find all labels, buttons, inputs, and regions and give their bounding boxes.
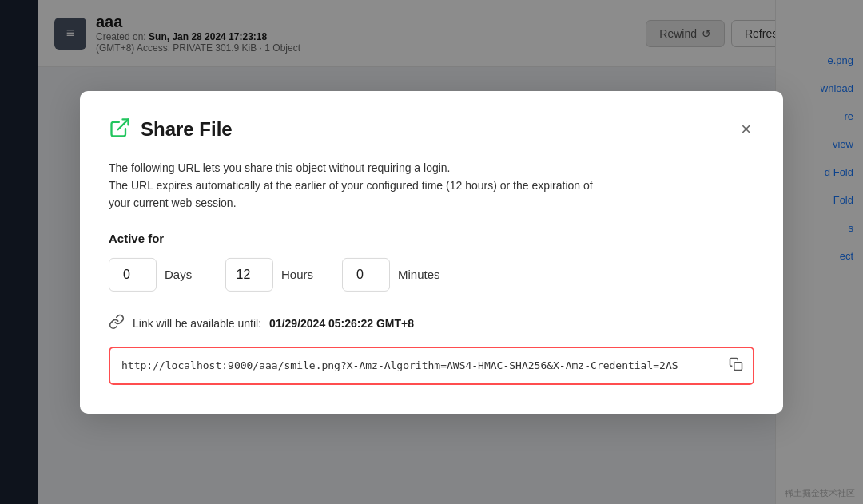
share-url-input[interactable] [110, 351, 718, 379]
link-until-row: Link will be available until: 01/29/2024… [109, 314, 754, 334]
modal-title: Share File [141, 118, 233, 141]
share-file-modal: Share File × The following URL lets you … [80, 90, 783, 413]
share-file-icon [109, 116, 131, 142]
link-until-date: 01/29/2024 05:26:22 GMT+8 [269, 317, 414, 330]
desc-line2: The URL expires automatically at the ear… [109, 177, 754, 194]
close-button[interactable]: × [738, 117, 754, 141]
modal-title-area: Share File [109, 116, 233, 142]
days-input[interactable] [109, 258, 157, 292]
minutes-label: Minutes [398, 268, 446, 281]
svg-line-0 [118, 119, 129, 129]
link-until-text: Link will be available until: [133, 317, 261, 330]
minutes-input[interactable] [342, 258, 390, 292]
days-group: Days [109, 258, 213, 292]
hours-input[interactable] [225, 258, 273, 292]
svg-rect-1 [734, 362, 742, 370]
copy-url-button[interactable] [718, 348, 753, 383]
link-chain-icon [109, 314, 125, 334]
desc-line3: your current web session. [109, 194, 754, 212]
modal-header: Share File × [109, 116, 754, 142]
modal-description: The following URL lets you share this ob… [109, 158, 754, 212]
hours-label: Hours [281, 268, 329, 281]
copy-icon [729, 357, 743, 375]
active-for-label: Active for [109, 232, 754, 245]
desc-line1: The following URL lets you share this ob… [109, 158, 754, 176]
duration-row: Days Hours Minutes [109, 258, 754, 292]
minutes-group: Minutes [342, 258, 446, 292]
url-row [109, 347, 754, 385]
days-label: Days [165, 268, 213, 281]
hours-group: Hours [225, 258, 329, 292]
